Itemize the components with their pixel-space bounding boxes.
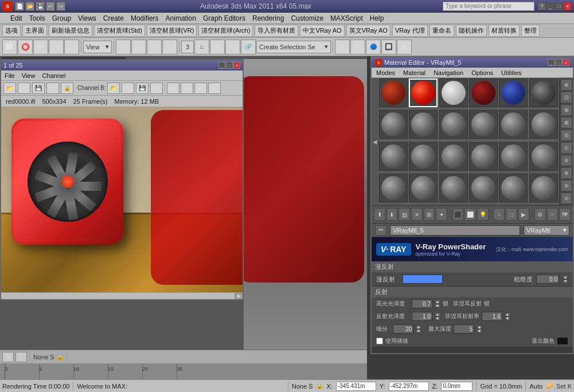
me-min-btn[interactable]: _	[548, 59, 555, 66]
mirror-btn[interactable]: ⇌	[335, 40, 350, 54]
sphere-cell-7[interactable]	[379, 110, 408, 139]
sphere-cell-8[interactable]	[409, 110, 438, 139]
me-side-btn-8[interactable]: ⊛	[561, 167, 572, 179]
rp-play-btn[interactable]: ⏮	[167, 83, 179, 94]
me-side-btn-1[interactable]: ⊕	[561, 79, 572, 91]
tb-icon-a[interactable]: ⌂	[194, 40, 209, 54]
select-rect-btn[interactable]: ⬜	[2, 40, 17, 54]
me-put-material-btn[interactable]: ⬇	[386, 208, 398, 221]
me-menu-options[interactable]: Options	[471, 69, 493, 76]
tb-icon-b[interactable]: ⊞	[210, 40, 225, 54]
tl-icon-2[interactable]: ⌖	[15, 352, 27, 362]
me-scroll-left[interactable]: ◀	[372, 78, 378, 205]
rotate-btn[interactable]: ↻	[49, 40, 64, 54]
rp-fetch-b-btn[interactable]: ⬇	[122, 83, 134, 94]
menu-edit[interactable]: Edit	[9, 14, 24, 22]
sphere-cell-10[interactable]	[469, 110, 498, 139]
me-sphere-type-btn[interactable]: ○	[493, 208, 505, 221]
menu-graph-editors[interactable]: Graph Editors	[202, 14, 247, 22]
me-side-btn-5[interactable]: ⊟	[561, 130, 572, 141]
me-side-btn-9[interactable]: ⊜	[561, 180, 572, 191]
cn-btn-en-ao[interactable]: 英文VRay AO	[346, 25, 391, 37]
vray-diffuse-title[interactable]: 漫反射	[372, 261, 573, 272]
subdivs-down[interactable]: ▼	[416, 329, 421, 333]
me-menu-material[interactable]: Material	[403, 69, 425, 76]
cn-btn-random[interactable]: 随机操作	[456, 25, 487, 37]
viewport-area[interactable]: [ + ] [ Camera001 ] [ Smooth + Highlight…	[0, 56, 367, 354]
ram-close-btn[interactable]: ×	[233, 62, 240, 69]
sphere-cell-2[interactable]	[409, 79, 438, 107]
scale-btn[interactable]: ⤡	[64, 40, 79, 54]
rp-fetch-a-btn[interactable]: ⬇	[18, 83, 30, 94]
maximize-button[interactable]: □	[555, 2, 563, 10]
cn-btn-proxy[interactable]: VRay 代理	[392, 25, 428, 37]
rp-menu-view[interactable]: View	[22, 72, 36, 79]
undo-button[interactable]: ↩	[46, 2, 55, 11]
sphere-cell-3[interactable]	[439, 79, 468, 107]
ram-player-canvas[interactable]: ▶	[1, 107, 243, 299]
menu-animation[interactable]: Animation	[165, 14, 197, 22]
me-options-btn[interactable]: ⚙	[534, 208, 546, 221]
sphere-cell-4[interactable]	[469, 79, 498, 107]
me-select-by-btn[interactable]: ☞	[547, 208, 559, 221]
tb-icon-open[interactable]: 📂	[25, 2, 34, 11]
sphere-cell-19[interactable]	[379, 174, 408, 202]
snap-btn[interactable]: ⊕	[116, 40, 131, 54]
subdivs-value[interactable]	[393, 324, 413, 334]
rp-delete-b-btn[interactable]: ✕	[150, 83, 163, 94]
me-side-btn-4[interactable]: ⊠	[561, 117, 572, 128]
rp-prev-btn[interactable]: ◀	[181, 83, 193, 94]
refl-gloss-down[interactable]: ▼	[435, 316, 440, 320]
sphere-cell-23[interactable]	[499, 174, 528, 202]
sphere-cell-1[interactable]	[379, 79, 408, 107]
cn-btn-rename[interactable]: 重命名	[429, 25, 454, 37]
sphere-cell-16[interactable]	[469, 142, 498, 171]
sphere-cell-22[interactable]	[469, 174, 498, 202]
cn-btn-convert[interactable]: 材质转换	[489, 25, 520, 37]
fresnel-ior-value[interactable]	[482, 312, 502, 321]
rp-menu-channel[interactable]: Channel	[42, 72, 65, 79]
me-side-btn-10[interactable]: ⊝	[561, 193, 572, 204]
hilight-value[interactable]	[412, 299, 432, 308]
angle-snap-btn[interactable]: ∠	[131, 40, 146, 54]
use-interp-checkbox[interactable]	[376, 338, 383, 344]
refl-gloss-value[interactable]	[412, 312, 432, 321]
rp-save-b-btn[interactable]: 💾	[136, 83, 149, 94]
minimize-button[interactable]: _	[546, 2, 555, 10]
cn-btn-main[interactable]: 主界面	[22, 25, 47, 37]
menu-tools[interactable]: Tools	[28, 14, 46, 22]
me-menu-utilities[interactable]: Utilities	[501, 69, 521, 76]
tb-icon-c[interactable]: ✂	[225, 40, 240, 54]
rp-end-btn[interactable]: ⏭	[208, 83, 221, 94]
menu-help[interactable]: Help	[369, 14, 385, 22]
viewport-3d-right[interactable]	[244, 59, 367, 354]
diffuse-color-swatch[interactable]	[403, 275, 443, 284]
max-depth-down[interactable]: ▼	[477, 329, 482, 333]
me-unique-btn[interactable]: ✦	[436, 208, 447, 221]
rp-next-btn[interactable]: ▶	[194, 83, 207, 94]
cn-btn-clear-vr[interactable]: 清空材质球(VR)	[147, 25, 197, 37]
fresnel-ior-up[interactable]: ▲	[505, 312, 510, 316]
roughness-up[interactable]: ▲	[563, 275, 568, 279]
search-input[interactable]	[443, 2, 534, 11]
fresnel-ior-down[interactable]: ▼	[505, 316, 510, 320]
hilight-up[interactable]: ▲	[435, 300, 440, 304]
me-titlebar[interactable]: S Material Editor - VRayMtl_5 _ □ ×	[372, 57, 573, 68]
ram-min-btn[interactable]: _	[218, 62, 225, 69]
roughness-value[interactable]	[536, 275, 559, 284]
percent-snap-btn[interactable]: %	[147, 40, 162, 54]
cn-btn-cn-ao[interactable]: 中文VRay AO	[300, 25, 344, 37]
menu-views[interactable]: Views	[77, 14, 97, 22]
cn-btn-clear-std[interactable]: 清空材质球(Std)	[94, 25, 145, 37]
me-max-btn[interactable]: □	[555, 59, 562, 66]
sphere-cell-18[interactable]	[529, 142, 558, 171]
menu-create[interactable]: Create	[102, 14, 125, 22]
cn-btn-clear-arch[interactable]: 清空材质球(Arch)	[198, 25, 253, 37]
me-menu-navigation[interactable]: Navigation	[434, 69, 463, 76]
rp-lock-btn[interactable]: 🔒	[61, 83, 73, 94]
me-type-dropdown[interactable]: VRayMtl ▾	[524, 225, 569, 236]
tb-icon-new[interactable]: 📄	[15, 2, 24, 11]
create-selection-dropdown[interactable]: Create Selection Se ▾	[256, 41, 331, 53]
sphere-cell-17[interactable]	[499, 142, 528, 171]
ram-player-titlebar[interactable]: 1 of 25 _ □ ×	[1, 60, 243, 70]
